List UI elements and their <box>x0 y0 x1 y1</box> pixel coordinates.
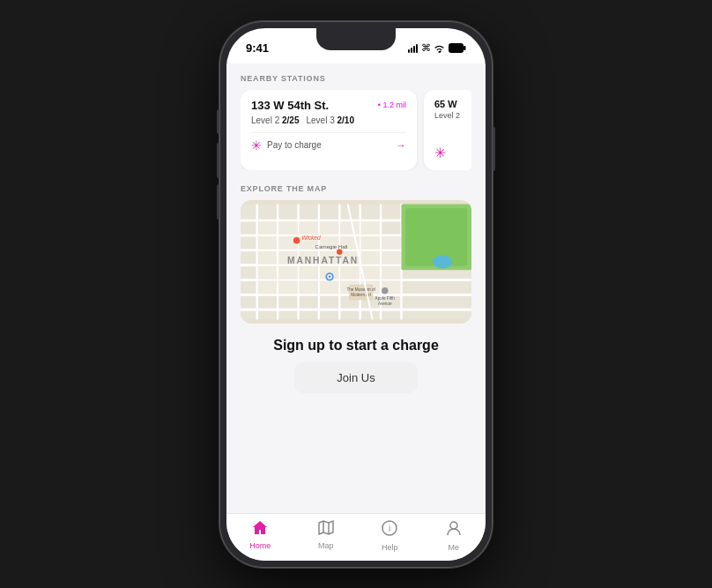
battery-icon <box>449 41 466 56</box>
svg-point-0 <box>439 51 441 53</box>
volume-up-button <box>217 143 219 178</box>
tab-help[interactable]: i Help <box>381 519 398 552</box>
station-card-1[interactable]: 133 W 54th St. • 1.2 mil Level 2 2/25 Le… <box>241 90 417 170</box>
tab-home[interactable]: Home <box>249 519 271 552</box>
svg-rect-40 <box>361 250 381 264</box>
svg-rect-34 <box>382 235 401 249</box>
svg-point-63 <box>329 275 331 278</box>
notch <box>316 28 396 50</box>
svg-rect-41 <box>382 250 401 264</box>
svg-rect-35 <box>258 250 278 264</box>
svg-rect-43 <box>278 265 298 279</box>
svg-rect-22 <box>258 221 278 234</box>
arrow-icon-1: → <box>396 139 406 152</box>
svg-point-21 <box>433 255 452 268</box>
svg-rect-50 <box>278 280 298 294</box>
svg-rect-42 <box>258 265 278 279</box>
tab-me-label: Me <box>448 543 459 552</box>
svg-rect-25 <box>320 221 339 234</box>
silent-switch <box>217 109 219 134</box>
svg-rect-27 <box>361 221 381 234</box>
star-icon-2: ✳ <box>434 145 446 160</box>
power-button <box>493 127 495 171</box>
signup-title: Sign up to start a charge <box>241 338 471 354</box>
join-button[interactable]: Join Us <box>294 362 418 393</box>
station-partial-address: 65 W <box>434 99 466 109</box>
station-action-1: ✳ Pay to charge → <box>251 132 406 153</box>
phone-screen: 9:41 ⌘ <box>226 28 486 561</box>
status-time: 9:41 <box>246 41 269 55</box>
status-icons: ⌘ <box>408 41 466 56</box>
station-card-2[interactable]: 65 W Level 2 ✳ <box>424 90 471 170</box>
pay-text-1: Pay to charge <box>267 140 322 150</box>
svg-rect-28 <box>258 235 278 249</box>
svg-rect-49 <box>258 280 278 294</box>
svg-text:Modern Art: Modern Art <box>351 293 371 297</box>
me-icon <box>445 519 463 541</box>
stations-scroll: 133 W 54th St. • 1.2 mil Level 2 2/25 Le… <box>241 90 471 170</box>
svg-rect-26 <box>340 221 360 234</box>
svg-rect-1 <box>449 43 464 52</box>
wifi-icon: ⌘ <box>421 42 445 54</box>
svg-rect-52 <box>320 280 339 294</box>
tab-bar: Home Map i <box>226 513 486 561</box>
map-svg: MANHATTAN Wicked Wicked Carnegie Hall <box>241 200 471 324</box>
tab-map-label: Map <box>318 541 334 550</box>
svg-rect-48 <box>382 265 401 279</box>
svg-point-59 <box>337 249 343 255</box>
nearby-section-label: NEARBY STATIONS <box>241 74 471 83</box>
svg-point-57: Wicked <box>293 236 300 242</box>
station-address-1: 133 W 54th St. • 1.2 mil <box>251 99 406 112</box>
volume-down-button <box>217 184 219 220</box>
svg-rect-2 <box>464 46 466 50</box>
tab-map[interactable]: Map <box>317 519 335 552</box>
map-container[interactable]: MANHATTAN Wicked Wicked Carnegie Hall <box>241 200 471 324</box>
svg-text:i: i <box>389 524 390 533</box>
level-2-label: Level 2 2/25 <box>251 115 300 125</box>
svg-rect-24 <box>299 221 318 234</box>
level-3-label: Level 3 2/10 <box>307 115 355 125</box>
svg-point-67 <box>382 287 388 294</box>
station-partial-level: Level 2 <box>434 111 466 120</box>
svg-rect-33 <box>361 235 381 249</box>
svg-text:Avenue: Avenue <box>378 301 392 305</box>
svg-rect-44 <box>299 265 318 279</box>
station-distance-1: • 1.2 mil <box>378 100 406 109</box>
map-section-label: EXPLORE THE MAP <box>241 184 471 193</box>
signup-section: Sign up to start a charge Join Us <box>226 324 486 513</box>
svg-text:The Museum of: The Museum of <box>346 287 375 291</box>
station-levels-1: Level 2 2/25 Level 3 2/10 <box>251 115 406 125</box>
svg-text:Wicked: Wicked <box>301 234 321 240</box>
svg-text:Carnegie Hall: Carnegie Hall <box>315 243 348 249</box>
home-icon <box>251 519 269 540</box>
phone-frame: 9:41 ⌘ <box>219 21 493 568</box>
map-section: EXPLORE THE MAP <box>226 177 486 324</box>
tab-home-label: Home <box>249 541 271 550</box>
tab-help-label: Help <box>382 543 398 552</box>
svg-rect-46 <box>340 265 360 279</box>
svg-text:MANHATTAN: MANHATTAN <box>287 255 359 264</box>
star-icon-1: ✳ <box>251 138 262 153</box>
nearby-section: NEARBY STATIONS 133 W 54th St. • 1.2 mil… <box>226 63 486 177</box>
svg-text:Apple Fifth: Apple Fifth <box>375 296 396 301</box>
svg-rect-23 <box>278 221 298 234</box>
main-content: NEARBY STATIONS 133 W 54th St. • 1.2 mil… <box>226 63 486 513</box>
help-icon: i <box>381 519 398 541</box>
svg-point-75 <box>450 522 457 529</box>
signal-icon <box>408 44 418 53</box>
svg-rect-51 <box>299 280 318 294</box>
tab-me[interactable]: Me <box>445 519 463 552</box>
station-partial-icon: ✳ <box>434 145 466 161</box>
map-icon <box>317 519 335 540</box>
